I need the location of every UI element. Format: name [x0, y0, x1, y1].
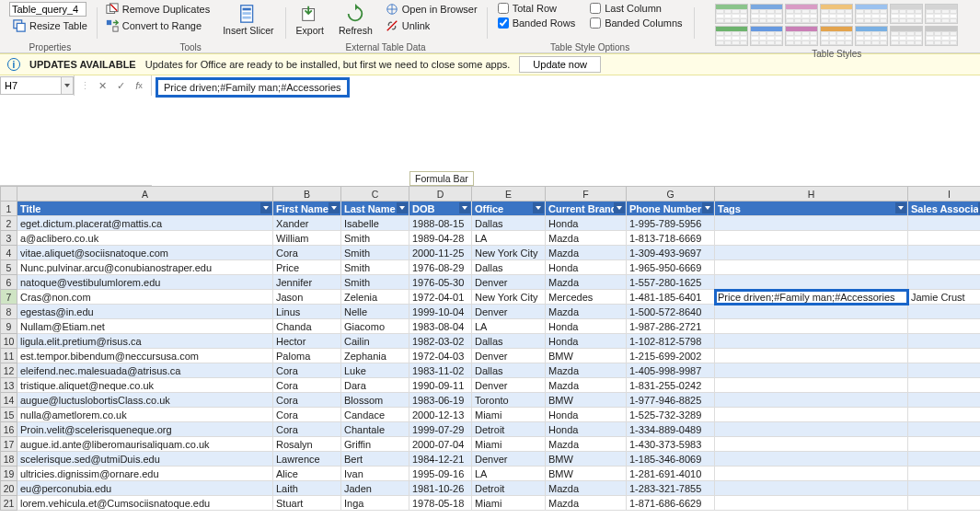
cell[interactable]: Miami: [472, 496, 546, 511]
cell[interactable]: 2000-12-13: [409, 408, 472, 422]
cell[interactable]: BMW: [546, 349, 627, 363]
refresh-button[interactable]: Refresh: [333, 2, 378, 38]
column-header[interactable]: F: [546, 187, 627, 202]
table-style-swatch[interactable]: [715, 4, 748, 24]
cell[interactable]: augue@luctuslobortisClass.co.uk: [17, 393, 273, 408]
cell[interactable]: [715, 231, 908, 246]
column-header[interactable]: B: [273, 187, 341, 202]
cell[interactable]: Mazda: [546, 275, 627, 290]
cell[interactable]: Dallas: [472, 260, 546, 275]
cell[interactable]: Cailin: [341, 334, 409, 349]
cell[interactable]: Smith: [341, 246, 409, 260]
name-box[interactable]: [0, 76, 61, 95]
row-number[interactable]: 12: [1, 363, 17, 378]
table-row[interactable]: 20eu@perconubia.eduLaithJaden1981-10-26D…: [1, 481, 981, 496]
cell[interactable]: [908, 363, 981, 378]
cell[interactable]: [715, 216, 908, 231]
cell[interactable]: ligula.elit.pretium@risus.ca: [17, 334, 273, 349]
cell[interactable]: Honda: [546, 216, 627, 231]
cell[interactable]: [715, 408, 908, 422]
cell[interactable]: Mazda: [546, 437, 627, 452]
filter-dropdown-icon[interactable]: [329, 202, 340, 213]
cell[interactable]: Chanda: [273, 319, 341, 334]
cell[interactable]: Giacomo: [341, 319, 409, 334]
table-name-input[interactable]: [9, 2, 86, 17]
cell[interactable]: 1-102-812-5798: [627, 334, 715, 349]
cell[interactable]: eleifend.nec.malesuada@atrisus.ca: [17, 363, 273, 378]
table-style-swatch[interactable]: [890, 26, 923, 46]
cell[interactable]: [715, 260, 908, 275]
cell[interactable]: Honda: [546, 408, 627, 422]
table-row[interactable]: 21lorem.vehicula.et@Cumsociisnatoque.edu…: [1, 496, 981, 511]
cell[interactable]: Price driven;#Family man;#Accessories: [715, 290, 908, 305]
cell[interactable]: [908, 452, 981, 467]
accept-formula-button[interactable]: ✓: [112, 77, 129, 94]
row-number[interactable]: 2: [1, 216, 17, 231]
cell[interactable]: Laith: [273, 481, 341, 496]
cell[interactable]: lorem.vehicula.et@Cumsociisnatoque.edu: [17, 496, 273, 511]
cell[interactable]: Rosalyn: [273, 437, 341, 452]
cell[interactable]: eget.dictum.placerat@mattis.ca: [17, 216, 273, 231]
cell[interactable]: 1-185-346-8069: [627, 452, 715, 467]
export-button[interactable]: Export: [291, 2, 329, 38]
filter-dropdown-icon[interactable]: [260, 202, 271, 213]
row-number[interactable]: 16: [1, 422, 17, 437]
table-style-swatch[interactable]: [925, 26, 958, 46]
cell[interactable]: Cora: [273, 393, 341, 408]
column-header[interactable]: E: [472, 187, 546, 202]
row-number[interactable]: 10: [1, 334, 17, 349]
table-style-swatch[interactable]: [715, 26, 748, 46]
cancel-formula-button[interactable]: ✕: [94, 77, 110, 94]
cell[interactable]: 1976-08-29: [409, 260, 472, 275]
table-header-cell[interactable]: Last Name: [341, 202, 409, 216]
table-row[interactable]: 7Cras@non.comJasonZelenia1972-04-01New Y…: [1, 290, 981, 305]
cell[interactable]: Denver: [472, 275, 546, 290]
table-row[interactable]: 13tristique.aliquet@neque.co.ukCoraDara1…: [1, 378, 981, 393]
cell[interactable]: Linus: [273, 305, 341, 319]
insert-function-button[interactable]: fx: [131, 77, 147, 94]
table-style-swatch[interactable]: [855, 4, 888, 24]
cell[interactable]: Mercedes: [546, 290, 627, 305]
cell[interactable]: 1-557-280-1625: [627, 275, 715, 290]
cell[interactable]: nulla@ametlorem.co.uk: [17, 408, 273, 422]
cell[interactable]: [908, 305, 981, 319]
row-number[interactable]: 8: [1, 305, 17, 319]
cell[interactable]: [715, 275, 908, 290]
cell[interactable]: Mazda: [546, 231, 627, 246]
cell[interactable]: Blossom: [341, 393, 409, 408]
column-header[interactable]: D: [409, 187, 472, 202]
cell[interactable]: Cora: [273, 246, 341, 260]
table-row[interactable]: 19ultricies.dignissim@ornare.eduAliceIva…: [1, 467, 981, 481]
cell[interactable]: LA: [472, 319, 546, 334]
cell[interactable]: [908, 334, 981, 349]
table-row[interactable]: 10ligula.elit.pretium@risus.caHectorCail…: [1, 334, 981, 349]
table-row[interactable]: 15nulla@ametlorem.co.ukCoraCandace2000-1…: [1, 408, 981, 422]
cell[interactable]: [715, 481, 908, 496]
table-header-cell[interactable]: DOB: [409, 202, 472, 216]
cell[interactable]: natoque@vestibulumlorem.edu: [17, 275, 273, 290]
cell[interactable]: [908, 378, 981, 393]
cell[interactable]: 1984-12-21: [409, 452, 472, 467]
cell[interactable]: New York City: [472, 246, 546, 260]
cell[interactable]: Jennifer: [273, 275, 341, 290]
cell[interactable]: Jason: [273, 290, 341, 305]
total-row-checkbox[interactable]: Total Row: [492, 2, 582, 15]
table-row[interactable]: 9Nullam@Etiam.netChandaGiacomo1983-08-04…: [1, 319, 981, 334]
cell[interactable]: est.tempor.bibendum@neccursusa.com: [17, 349, 273, 363]
cell[interactable]: [908, 275, 981, 290]
cell[interactable]: 1983-06-19: [409, 393, 472, 408]
table-style-swatch[interactable]: [750, 4, 783, 24]
table-style-swatch[interactable]: [785, 26, 818, 46]
cell[interactable]: Denver: [472, 305, 546, 319]
cell[interactable]: Paloma: [273, 349, 341, 363]
row-number[interactable]: 15: [1, 408, 17, 422]
cell[interactable]: William: [273, 231, 341, 246]
cell[interactable]: 1-831-255-0242: [627, 378, 715, 393]
cell[interactable]: 1-481-185-6401: [627, 290, 715, 305]
cell[interactable]: Candace: [341, 408, 409, 422]
cell[interactable]: 1995-09-16: [409, 467, 472, 481]
row-number[interactable]: 19: [1, 467, 17, 481]
cell[interactable]: 2000-11-25: [409, 246, 472, 260]
cell[interactable]: [908, 481, 981, 496]
table-row[interactable]: 3a@aclibero.co.ukWilliamSmith1989-04-28L…: [1, 231, 981, 246]
